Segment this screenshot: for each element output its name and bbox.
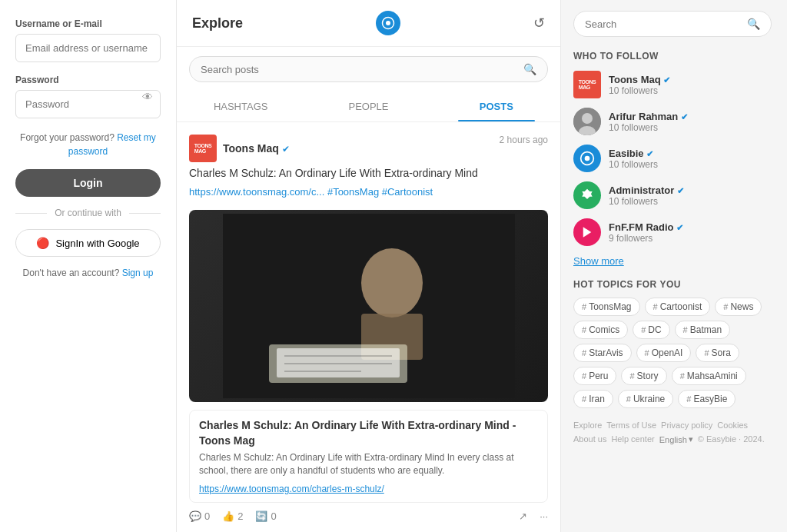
tab-people[interactable]: PEOPLE [304, 91, 432, 121]
post-search-input[interactable] [201, 64, 517, 75]
post-body-text: Charles M Schulz: An Ordinary Life With … [189, 167, 548, 179]
username-group: Username or E-mail [15, 18, 161, 62]
show-more-link[interactable]: Show more [573, 255, 772, 267]
comment-action[interactable]: 💬 0 [189, 510, 210, 522]
google-icon: 🔴 [36, 237, 49, 249]
right-panel: 🔍 WHO TO FOLLOW TOONSMAG Toons Maq ✔ 10 … [561, 0, 784, 532]
like-action[interactable]: 👍 2 [222, 510, 243, 522]
topic-ukraine[interactable]: #Ukraine [618, 390, 673, 408]
topic-easybie[interactable]: #EasyBie [678, 390, 736, 408]
footer-links: Explore Terms of Use Privacy policy Cook… [573, 421, 772, 444]
share-icon: ↗ [519, 510, 527, 522]
password-toggle-icon[interactable]: 👁 [142, 91, 153, 103]
right-search-input[interactable] [585, 18, 741, 30]
post-author-name: Toons Maq [223, 142, 282, 155]
post-item: TOONSMAG Toons Maq ✔ 2 hours ago Charles… [177, 122, 560, 532]
footer-privacy[interactable]: Privacy policy [661, 421, 712, 430]
post-header: TOONSMAG Toons Maq ✔ 2 hours ago [189, 135, 548, 162]
topic-toonsmag[interactable]: #ToonsMag [573, 298, 640, 316]
follow-avatar [573, 145, 601, 172]
topic-openai[interactable]: #OpenAI [636, 344, 692, 362]
verified-icon: ✔ [282, 144, 290, 155]
google-signin-button[interactable]: 🔴 SignIn with Google [15, 229, 161, 257]
password-input[interactable] [15, 90, 161, 118]
post-search-bar: 🔍 [189, 56, 548, 82]
footer-help[interactable]: Help center [611, 434, 654, 444]
right-search-bar: 🔍 [573, 11, 772, 37]
repost-count: 0 [271, 510, 276, 522]
topic-story[interactable]: #Story [621, 367, 666, 385]
or-divider: Or continue with [15, 208, 161, 218]
more-icon: ··· [540, 510, 548, 522]
tab-hashtags[interactable]: HASHTAGS [177, 91, 304, 121]
hot-topics-container: #ToonsMag #Cartoonist #News #Comics #DC … [573, 298, 772, 408]
follow-name: Easibie ✔ [609, 148, 658, 159]
topic-dc[interactable]: #DC [633, 321, 669, 339]
follow-name: FnF.FM Radio ✔ [609, 221, 683, 233]
post-preview-desc: Charles M Schulz: An Ordinary Life with … [199, 451, 538, 477]
svg-point-11 [582, 113, 593, 124]
topic-iran[interactable]: #Iran [573, 390, 613, 408]
repost-action[interactable]: 🔄 0 [255, 510, 276, 522]
post-actions: 💬 0 👍 2 🔄 0 ↗ ··· [189, 510, 548, 522]
follow-followers: 10 followers [609, 159, 658, 170]
topic-mahsaamini[interactable]: #MahsaAmini [672, 367, 746, 385]
more-action[interactable]: ··· [540, 510, 548, 522]
footer-terms[interactable]: Terms of Use [606, 421, 656, 430]
topic-peru[interactable]: #Peru [573, 367, 616, 385]
post-link[interactable]: https://www.toonsmag.com/c... #ToonsMag … [189, 186, 433, 198]
username-input[interactable] [15, 34, 161, 62]
topic-staravis[interactable]: #StarAvis [573, 344, 632, 362]
follow-name: Arifur Rahman ✔ [609, 111, 688, 122]
follow-followers: 10 followers [609, 85, 670, 96]
follow-avatar [573, 108, 601, 135]
svg-point-14 [585, 156, 590, 161]
svg-rect-6 [277, 348, 400, 377]
topic-comics[interactable]: #Comics [573, 321, 628, 339]
post-preview-url[interactable]: https://www.toonsmag.com/charles-m-schul… [199, 484, 384, 494]
follow-avatar [573, 181, 601, 209]
language-label: English [659, 435, 687, 444]
footer-cookies[interactable]: Cookies [717, 421, 748, 430]
like-icon: 👍 [222, 510, 234, 522]
login-button[interactable]: Login [15, 169, 161, 197]
topic-cartoonist[interactable]: #Cartoonist [645, 298, 711, 316]
follow-followers: 10 followers [609, 196, 684, 207]
topic-sora[interactable]: #Sora [696, 344, 739, 362]
search-icon: 🔍 [523, 63, 536, 75]
like-count: 2 [237, 510, 243, 522]
explore-title: Explore [192, 15, 243, 32]
post-time: 2 hours ago [500, 135, 548, 145]
post-preview-card[interactable]: Charles M Schulz: An Ordinary Life With … [189, 410, 548, 503]
explore-header: Explore ↺ [177, 0, 560, 47]
post-image-placeholder [189, 210, 548, 402]
language-selector[interactable]: English ▾ [659, 434, 693, 444]
explore-tabs: HASHTAGS PEOPLE POSTS [177, 91, 560, 122]
topic-batman[interactable]: #Batman [675, 321, 730, 339]
topic-news[interactable]: #News [715, 298, 762, 316]
follow-name: Toons Maq ✔ [609, 74, 670, 85]
footer-explore[interactable]: Explore [573, 421, 602, 430]
post-preview-body: Charles M Schulz: An Ordinary Life With … [190, 411, 547, 502]
signup-link[interactable]: Sign up [122, 268, 154, 278]
right-search-icon: 🔍 [747, 18, 760, 30]
svg-marker-15 [583, 227, 592, 238]
follow-info: Administrator ✔ 10 followers [609, 185, 684, 207]
follow-info: Easibie ✔ 10 followers [609, 148, 658, 170]
footer-about[interactable]: About us [573, 434, 606, 444]
follow-followers: 10 followers [609, 122, 688, 133]
svg-point-3 [361, 248, 423, 318]
repost-icon: 🔄 [255, 510, 267, 522]
follow-item-administrator: Administrator ✔ 10 followers [573, 181, 772, 209]
explore-panel: Explore ↺ 🔍 HASHTAGS PEOPLE POSTS TOONSM… [177, 0, 561, 532]
footer-copyright: © Easybie · 2024. [698, 434, 765, 444]
tab-posts[interactable]: POSTS [433, 91, 560, 121]
chevron-down-icon: ▾ [689, 434, 693, 444]
comment-count: 0 [204, 510, 210, 522]
share-action[interactable]: ↗ [519, 510, 527, 522]
follow-name: Administrator ✔ [609, 185, 684, 196]
hot-topics-title: HOT TOPICS FOR YOU [573, 279, 772, 290]
follow-avatar [573, 218, 601, 246]
refresh-icon[interactable]: ↺ [533, 15, 545, 32]
signup-prompt: Don't have an account? Sign up [15, 268, 161, 278]
